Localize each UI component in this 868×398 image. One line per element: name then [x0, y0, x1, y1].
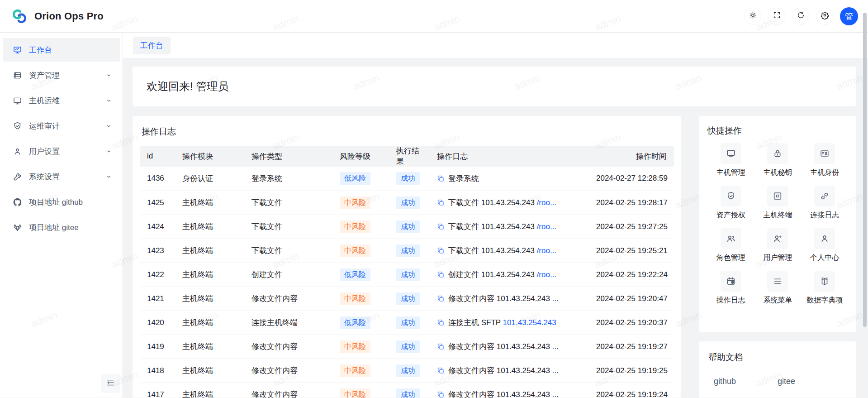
- quick-action-3[interactable]: 资产授权: [707, 186, 754, 220]
- quick-actions-card: 快捷操作 主机管理 主机秘钥 主机身份 资产授权 主机终端 连接日志 角色管理 …: [699, 116, 856, 332]
- code-square-icon: [767, 186, 788, 206]
- refresh-button[interactable]: [792, 8, 809, 25]
- menu-icon: [767, 271, 788, 292]
- copy-icon[interactable]: [437, 367, 445, 374]
- log-text: 修改文件内容 101.43.254.243 ...: [448, 342, 559, 351]
- table-row: 1420 主机终端 连接主机终端 低风险 成功 连接主机 SFTP 101.43…: [140, 311, 674, 335]
- cell-log: 下载文件 101.43.254.243 /roo...: [430, 215, 589, 239]
- quick-action-10[interactable]: 系统菜单: [754, 271, 802, 305]
- quick-action-9[interactable]: 操作日志: [707, 271, 754, 305]
- quick-action-6[interactable]: 角色管理: [707, 228, 754, 263]
- chevron-down-icon: [105, 148, 113, 155]
- cell-risk: 中风险: [332, 239, 389, 263]
- settings-button[interactable]: [816, 8, 833, 25]
- quick-action-5[interactable]: 连接日志: [801, 186, 848, 220]
- scrollbar-thumb[interactable]: [863, 13, 867, 327]
- quick-action-label: 主机终端: [763, 211, 792, 220]
- sidebar-item-label: 用户设置: [29, 146, 105, 157]
- quick-action-0[interactable]: 主机管理: [707, 143, 754, 177]
- quick-action-label: 主机身份: [810, 168, 839, 177]
- risk-badge: 低风险: [340, 316, 370, 329]
- quick-action-8[interactable]: 个人中心: [801, 228, 848, 263]
- cell-risk: 低风险: [332, 263, 389, 287]
- quick-action-label: 连接日志: [810, 211, 839, 220]
- result-badge: 成功: [396, 293, 420, 305]
- cell-risk: 低风险: [332, 167, 389, 191]
- sidebar-item-4[interactable]: 用户设置: [3, 139, 120, 163]
- cell-log: 修改文件内容 101.43.254.243 ...: [430, 359, 589, 383]
- log-text: 下载文件 101.43.254.243: [448, 246, 537, 255]
- copy-icon[interactable]: [437, 247, 445, 254]
- copy-icon[interactable]: [437, 199, 445, 206]
- copy-icon[interactable]: [437, 343, 445, 350]
- quick-action-2[interactable]: 主机身份: [801, 143, 848, 177]
- cell-time: 2024-02-25 19:20:47: [589, 287, 674, 311]
- copy-icon[interactable]: [437, 175, 445, 182]
- cell-id: 1425: [140, 191, 175, 215]
- shield-check-icon: [721, 186, 741, 206]
- log-link[interactable]: /roo...: [537, 222, 556, 231]
- table-row: 1422 主机终端 创建文件 低风险 成功 创建文件 101.43.254.24…: [140, 263, 674, 287]
- log-link[interactable]: 101.43.254.243: [503, 318, 556, 327]
- calendar-clock-icon: [721, 271, 741, 292]
- sidebar-item-5[interactable]: 系统设置: [3, 165, 120, 188]
- orion-logo-icon: [10, 7, 29, 26]
- cell-module: 主机终端: [175, 311, 244, 335]
- copy-icon[interactable]: [437, 391, 445, 398]
- sidebar-item-label: 项目地址 github: [29, 197, 113, 207]
- breadcrumb-item-workbench[interactable]: 工作台: [133, 37, 171, 54]
- help-link-gitee[interactable]: gitee: [778, 377, 795, 386]
- cell-module: 身份认证: [175, 167, 244, 191]
- quick-action-label: 数据字典项: [806, 296, 843, 305]
- log-link[interactable]: /roo...: [537, 198, 556, 207]
- sun-icon: [749, 11, 757, 21]
- table-row: 1419 主机终端 修改文件内容 中风险 成功 修改文件内容 101.43.25…: [140, 335, 674, 359]
- help-docs-title: 帮助文档: [708, 351, 847, 363]
- theme-toggle-button[interactable]: [744, 8, 761, 25]
- quick-action-7[interactable]: 用户管理: [754, 228, 802, 263]
- welcome-title: 欢迎回来! 管理员: [147, 79, 228, 94]
- quick-action-11[interactable]: 数据字典项: [801, 271, 848, 305]
- copy-icon[interactable]: [437, 295, 445, 302]
- cell-risk: 中风险: [332, 191, 389, 215]
- help-link-github[interactable]: github: [714, 377, 736, 386]
- cell-id: 1422: [140, 263, 175, 287]
- log-text: 下载文件 101.43.254.243: [448, 222, 537, 231]
- gitee-icon: [13, 223, 22, 232]
- sidebar-item-6[interactable]: 项目地址 github: [3, 190, 120, 214]
- log-link[interactable]: /roo...: [537, 246, 556, 255]
- sidebar-collapse-button[interactable]: [101, 374, 120, 393]
- sidebar-item-3[interactable]: 运维审计: [3, 114, 120, 138]
- quick-action-1[interactable]: 主机秘钥: [754, 143, 802, 177]
- lock-icon: [767, 143, 788, 164]
- refresh-icon: [797, 11, 805, 21]
- cell-id: 1417: [140, 383, 175, 398]
- sidebar-item-2[interactable]: 主机运维: [3, 89, 120, 112]
- log-link[interactable]: /roo...: [537, 270, 556, 279]
- cell-result: 成功: [389, 263, 430, 287]
- cell-id: 1424: [140, 215, 175, 239]
- cell-type: 登录系统: [244, 167, 332, 191]
- quick-action-4[interactable]: 主机终端: [754, 186, 802, 220]
- quick-action-label: 个人中心: [810, 253, 839, 263]
- cell-time: 2024-02-25 19:19:25: [589, 359, 674, 383]
- user-avatar[interactable]: 管: [840, 7, 858, 25]
- cell-result: 成功: [389, 167, 430, 191]
- cell-risk: 中风险: [332, 335, 389, 359]
- cell-type: 修改文件内容: [244, 335, 332, 359]
- copy-icon[interactable]: [437, 223, 445, 230]
- chevron-down-icon: [105, 122, 113, 130]
- copy-icon[interactable]: [437, 319, 445, 326]
- sidebar-item-1[interactable]: 资产管理: [3, 63, 120, 87]
- quick-action-label: 用户管理: [763, 253, 792, 263]
- sidebar-item-0[interactable]: 工作台: [3, 38, 120, 62]
- copy-icon[interactable]: [437, 271, 445, 278]
- cell-time: 2024-02-25 19:28:17: [589, 191, 674, 215]
- fullscreen-button[interactable]: [768, 8, 785, 25]
- cell-type: 创建文件: [244, 263, 332, 287]
- risk-badge: 中风险: [340, 221, 370, 233]
- app-title: Orion Ops Pro: [34, 10, 104, 22]
- sidebar-item-7[interactable]: 项目地址 gitee: [3, 216, 120, 239]
- desktop-icon: [721, 143, 741, 164]
- cell-time: 2024-02-25 19:22:24: [589, 263, 674, 287]
